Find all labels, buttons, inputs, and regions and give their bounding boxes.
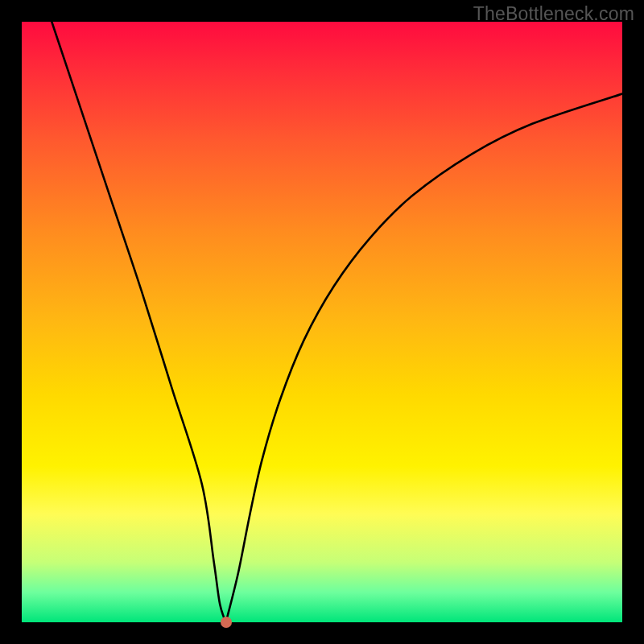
curve-path xyxy=(52,22,622,622)
chart-plot-area xyxy=(22,22,622,622)
bottleneck-curve xyxy=(22,22,622,622)
optimum-marker xyxy=(221,617,232,628)
watermark-text: TheBottleneck.com xyxy=(473,3,634,25)
